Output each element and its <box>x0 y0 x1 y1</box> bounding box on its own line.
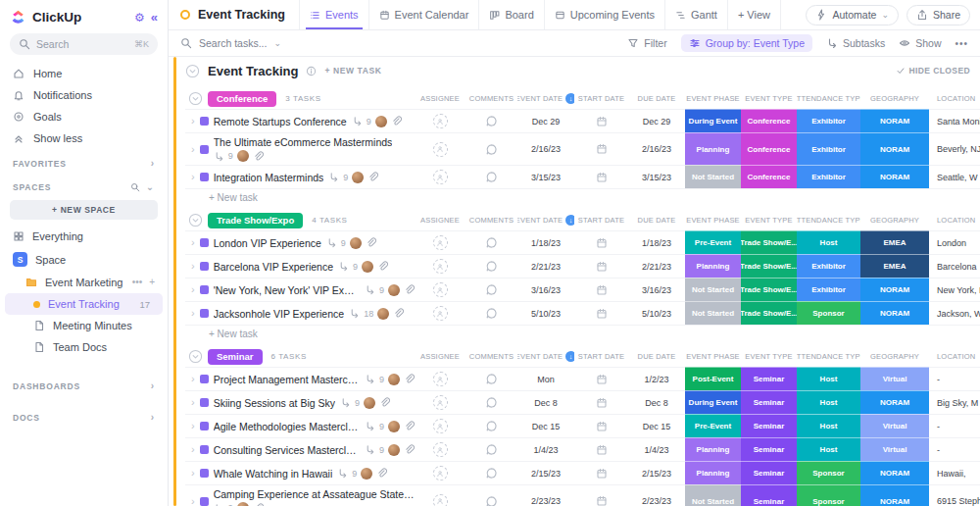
assignee-add-button[interactable] <box>433 282 448 297</box>
column-header-due-date[interactable]: DUE DATE <box>628 352 685 361</box>
event-phase-cell[interactable]: Planning <box>685 132 741 165</box>
task-name[interactable]: Barcelona VIP Experience <box>214 261 333 273</box>
task-row[interactable]: ›Consulting Services Masterclass9 1/4/23… <box>185 437 980 461</box>
task-row[interactable]: ›Skiing Sessions at Big Sky9 Dec 8 Dec 8… <box>185 390 980 414</box>
start-date-calendar-icon[interactable] <box>596 143 608 155</box>
event-type-cell[interactable]: Conference <box>741 132 797 165</box>
event-type-cell[interactable]: Trade Show/E... <box>741 230 797 254</box>
due-date-cell[interactable]: 2/21/23 <box>628 254 685 278</box>
spaces-section-header[interactable]: SPACES ⌄ <box>0 173 168 196</box>
sidebar-item-goals[interactable]: Goals <box>0 106 168 127</box>
task-row[interactable]: ›Camping Experience at Assateague State … <box>185 484 980 506</box>
task-name[interactable]: Jacksonhole VIP Experience <box>214 308 344 320</box>
group-name-pill[interactable]: Conference <box>208 91 276 107</box>
expand-chevron-icon[interactable]: › <box>191 374 195 384</box>
task-row[interactable]: ›London VIP Experience9 1/18/23 1/18/23 … <box>185 230 980 254</box>
geography-cell[interactable]: NORAM <box>860 109 929 132</box>
comment-icon[interactable] <box>485 443 498 456</box>
group-name-pill[interactable]: Trade Show/Expo <box>208 213 303 228</box>
comment-icon[interactable] <box>485 495 498 506</box>
task-row[interactable]: ›The Ultimate eCommerce Masterminds9 2/1… <box>185 132 980 165</box>
column-header-event-phase[interactable]: EVENT PHASE <box>685 94 741 103</box>
tab-events[interactable]: Events <box>299 0 368 29</box>
expand-chevron-icon[interactable]: › <box>191 308 195 319</box>
start-date-calendar-icon[interactable] <box>596 237 608 249</box>
due-date-cell[interactable]: 5/10/23 <box>628 301 685 325</box>
event-date-cell[interactable]: 1/18/23 <box>517 230 574 254</box>
start-date-calendar-icon[interactable] <box>596 172 608 183</box>
group-collapse-icon[interactable] <box>188 349 203 364</box>
event-date-cell[interactable]: 3/16/23 <box>517 278 574 301</box>
task-status-icon[interactable] <box>200 497 209 506</box>
task-name[interactable]: The Ultimate eCommerce Masterminds <box>214 136 393 148</box>
column-header-geography[interactable]: GEOGRAPHY <box>860 94 929 103</box>
due-date-cell[interactable]: 2/16/23 <box>628 132 685 165</box>
start-date-calendar-icon[interactable] <box>596 444 608 456</box>
geography-cell[interactable]: NORAM <box>860 132 929 165</box>
expand-chevron-icon[interactable]: › <box>191 284 195 295</box>
geography-cell[interactable]: NORAM <box>860 278 929 301</box>
column-header-geography[interactable]: GEOGRAPHY <box>860 352 929 361</box>
add-task-row[interactable]: + New task <box>185 325 980 342</box>
task-status-icon[interactable] <box>200 309 209 318</box>
due-date-cell[interactable]: 1/4/23 <box>628 437 685 461</box>
column-header-event-type[interactable]: EVENT TYPE <box>741 216 797 225</box>
column-header-start-date[interactable]: START DATE <box>574 94 628 103</box>
start-date-calendar-icon[interactable] <box>596 421 608 432</box>
column-header-attendance-type[interactable]: ATTENDANCE TYPE <box>797 352 860 361</box>
tab-board[interactable]: Board <box>478 0 543 29</box>
event-phase-cell[interactable]: Post-Event <box>685 367 741 390</box>
start-date-calendar-icon[interactable] <box>596 397 608 409</box>
event-type-cell[interactable]: Seminar <box>741 414 797 437</box>
sidebar-item-event-marketing[interactable]: Event Marketing ••• + <box>0 272 168 293</box>
sort-desc-icon[interactable]: ↓ <box>565 351 574 362</box>
column-header-location[interactable]: LOCATION <box>929 216 980 225</box>
location-cell[interactable]: - <box>929 414 980 437</box>
geography-cell[interactable]: Virtual <box>860 414 929 437</box>
geography-cell[interactable]: Virtual <box>860 367 929 390</box>
column-header-event-phase[interactable]: EVENT PHASE <box>685 352 741 361</box>
new-space-button[interactable]: + NEW SPACE <box>10 200 158 220</box>
task-status-icon[interactable] <box>200 285 209 294</box>
filter-button[interactable]: Filter <box>627 37 666 49</box>
comment-icon[interactable] <box>485 143 498 156</box>
event-type-cell[interactable]: Trade Show/E... <box>741 278 797 301</box>
comment-icon[interactable] <box>485 420 498 432</box>
docs-section-header[interactable]: DOCS › <box>0 403 168 427</box>
folder-add-icon[interactable]: + <box>149 278 155 287</box>
column-header-event-type[interactable]: EVENT TYPE <box>741 94 797 103</box>
attendance-type-cell[interactable]: Host <box>797 367 860 390</box>
attendance-type-cell[interactable]: Exhibitor <box>797 109 860 132</box>
start-date-calendar-icon[interactable] <box>596 495 608 506</box>
task-row[interactable]: ›Jacksonhole VIP Experience18 5/10/23 5/… <box>185 301 980 325</box>
column-header-assignee[interactable]: ASSIGNEE <box>415 352 466 361</box>
task-status-icon[interactable] <box>200 117 209 126</box>
sidebar-item-space[interactable]: S Space <box>0 247 168 272</box>
due-date-cell[interactable]: 3/16/23 <box>628 278 685 301</box>
column-header-due-date[interactable]: DUE DATE <box>628 94 685 103</box>
expand-chevron-icon[interactable]: › <box>191 237 195 248</box>
column-header-comments[interactable]: COMMENTS <box>466 216 517 225</box>
event-date-cell[interactable]: Dec 15 <box>517 414 574 437</box>
event-type-cell[interactable]: Seminar <box>741 484 797 506</box>
location-cell[interactable]: - <box>929 367 980 390</box>
due-date-cell[interactable]: Dec 15 <box>628 414 685 437</box>
search-tasks-input[interactable]: Search tasks... ⌄ <box>180 37 281 49</box>
comment-icon[interactable] <box>485 396 498 409</box>
task-status-icon[interactable] <box>200 469 209 478</box>
task-status-icon[interactable] <box>200 145 209 154</box>
task-status-icon[interactable] <box>200 173 209 181</box>
assignee-add-button[interactable] <box>433 306 448 321</box>
column-header-assignee[interactable]: ASSIGNEE <box>415 94 466 103</box>
geography-cell[interactable]: NORAM <box>860 165 929 188</box>
dashboards-section-header[interactable]: DASHBOARDS › <box>0 372 168 395</box>
event-phase-cell[interactable]: Not Started <box>685 278 741 301</box>
assignee-add-button[interactable] <box>433 466 448 481</box>
assignee-add-button[interactable] <box>433 372 448 386</box>
expand-chevron-icon[interactable]: › <box>191 468 195 479</box>
task-row[interactable]: ›'New York, New York' VIP Experience9 3/… <box>185 278 980 301</box>
task-row[interactable]: ›Remote Startups Conference9 Dec 29 Dec … <box>185 109 980 132</box>
task-row[interactable]: ›Whale Watching in Hawaii9 2/15/23 2/15/… <box>185 461 980 484</box>
event-phase-cell[interactable]: Pre-Event <box>685 414 741 437</box>
location-cell[interactable]: Jackson, W <box>929 301 980 325</box>
